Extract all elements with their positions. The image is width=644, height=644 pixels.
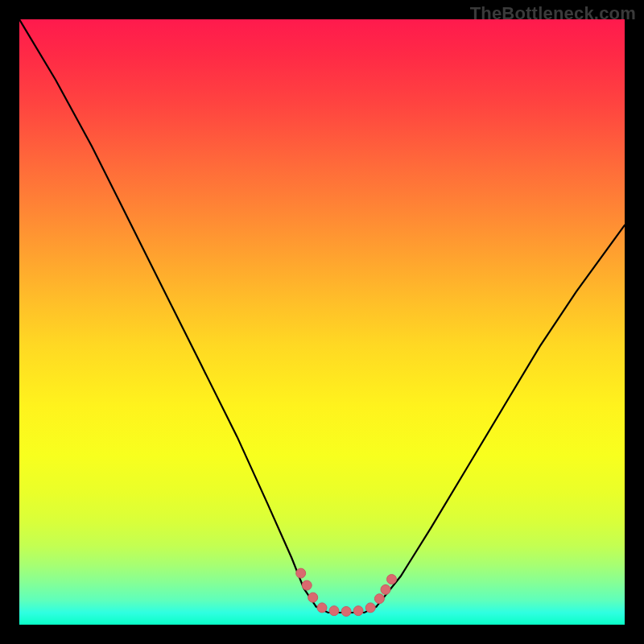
valley-marker [296, 568, 306, 578]
valley-marker [353, 606, 363, 616]
valley-marker [387, 575, 397, 584]
plot-area [19, 19, 625, 625]
valley-marker [365, 603, 375, 613]
valley-markers [296, 568, 397, 616]
valley-marker [317, 603, 327, 613]
valley-marker [381, 584, 390, 594]
curve-left [19, 19, 316, 606]
curve-right [377, 225, 625, 607]
valley-marker [329, 606, 339, 616]
chart-svg [19, 19, 625, 625]
valley-marker [374, 594, 384, 604]
valley-marker [302, 580, 312, 590]
chart-frame: TheBottleneck.com [0, 0, 644, 644]
valley-marker [308, 592, 318, 602]
valley-marker [341, 607, 351, 617]
